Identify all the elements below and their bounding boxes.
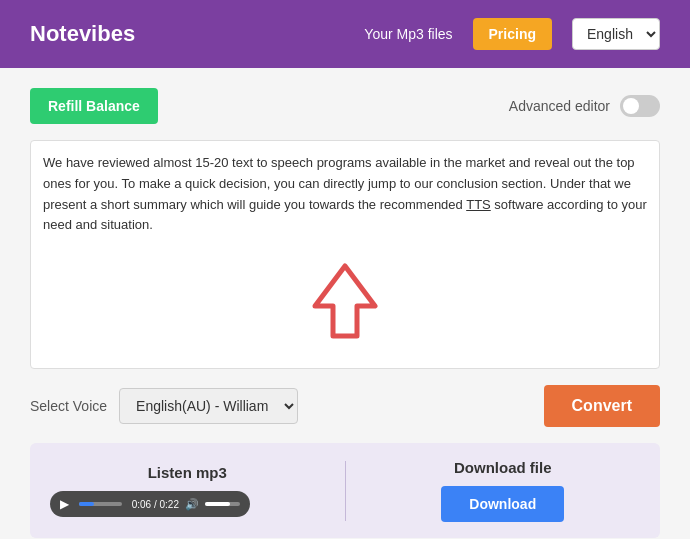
pricing-button[interactable]: Pricing xyxy=(473,18,552,50)
header: Notevibes Your Mp3 files Pricing English xyxy=(0,0,690,68)
tts-abbreviation: TTS xyxy=(466,197,491,212)
voice-select[interactable]: English(AU) - William xyxy=(119,388,298,424)
voice-row: Select Voice English(AU) - William Conve… xyxy=(30,385,660,427)
mp3-files-link[interactable]: Your Mp3 files xyxy=(364,26,452,42)
top-bar: Refill Balance Advanced editor xyxy=(30,88,660,124)
svg-marker-0 xyxy=(315,266,375,336)
volume-icon[interactable]: 🔊 xyxy=(185,498,199,511)
text-content: We have reviewed almost 15-20 text to sp… xyxy=(43,153,647,236)
main-content: Refill Balance Advanced editor We have r… xyxy=(0,68,690,539)
advanced-editor-label: Advanced editor xyxy=(509,98,610,114)
convert-button[interactable]: Convert xyxy=(544,385,660,427)
progress-bar[interactable] xyxy=(79,502,122,506)
advanced-editor-row: Advanced editor xyxy=(509,95,660,117)
language-select[interactable]: English xyxy=(572,18,660,50)
volume-bar-fill xyxy=(205,502,230,506)
volume-bar[interactable] xyxy=(205,502,240,506)
audio-time: 0:06 / 0:22 xyxy=(132,499,179,510)
audio-player[interactable]: ▶ 0:06 / 0:22 🔊 xyxy=(50,491,250,517)
select-voice-label: Select Voice xyxy=(30,398,107,414)
progress-bar-fill xyxy=(79,502,94,506)
upload-arrow-icon xyxy=(300,256,390,346)
media-section: Listen mp3 ▶ 0:06 / 0:22 🔊 Download file… xyxy=(30,443,660,538)
play-button-icon[interactable]: ▶ xyxy=(60,497,69,511)
download-file-title: Download file xyxy=(454,459,552,476)
logo: Notevibes xyxy=(30,21,364,47)
listen-mp3-panel: Listen mp3 ▶ 0:06 / 0:22 🔊 xyxy=(50,464,325,517)
media-divider xyxy=(345,461,346,521)
text-area-container[interactable]: We have reviewed almost 15-20 text to sp… xyxy=(30,140,660,369)
download-button[interactable]: Download xyxy=(441,486,564,522)
download-file-panel: Download file Download xyxy=(366,459,641,522)
listen-mp3-title: Listen mp3 xyxy=(50,464,325,481)
voice-left: Select Voice English(AU) - William xyxy=(30,388,298,424)
upload-arrow-area xyxy=(43,256,647,346)
refill-balance-button[interactable]: Refill Balance xyxy=(30,88,158,124)
header-nav: Your Mp3 files Pricing English xyxy=(364,18,660,50)
advanced-editor-toggle[interactable] xyxy=(620,95,660,117)
